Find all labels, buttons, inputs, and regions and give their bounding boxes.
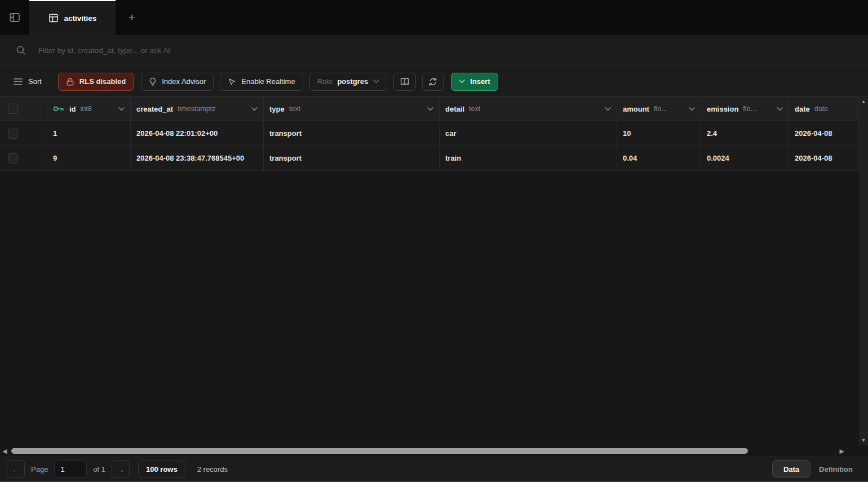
table-icon bbox=[48, 13, 59, 23]
cell-amount[interactable]: 10 bbox=[617, 121, 701, 145]
footer: ← Page of 1 → 100 rows 2 records Data De… bbox=[0, 457, 868, 482]
column-header-date[interactable]: datedate bbox=[789, 97, 859, 121]
record-count: 2 records bbox=[197, 465, 228, 474]
chevron-down-icon bbox=[459, 79, 465, 83]
column-menu-icon[interactable] bbox=[689, 107, 695, 111]
tab-activities[interactable]: activities bbox=[29, 0, 116, 35]
data-view-tab[interactable]: Data bbox=[772, 460, 811, 478]
collapse-sidebar-button[interactable] bbox=[0, 0, 29, 35]
scroll-left-icon[interactable]: ◀ bbox=[2, 448, 7, 454]
cell-emission[interactable]: 0.0024 bbox=[701, 146, 789, 170]
insert-button[interactable]: Insert bbox=[451, 73, 498, 91]
cell-amount[interactable]: 0.04 bbox=[617, 146, 701, 170]
tab-bar: activities + bbox=[0, 0, 868, 35]
role-select[interactable]: Role postgres bbox=[309, 73, 388, 91]
table-area: idint8created_attimestamptztypetextdetai… bbox=[0, 97, 868, 457]
column-header-emission[interactable]: emissionflo... bbox=[701, 97, 789, 121]
column-menu-icon[interactable] bbox=[251, 107, 258, 111]
cell-id[interactable]: 9 bbox=[47, 146, 131, 170]
cell-emission[interactable]: 2.4 bbox=[701, 121, 789, 145]
lightbulb-icon bbox=[149, 77, 157, 86]
row-select-cell bbox=[0, 146, 47, 170]
toolbar: Sort RLS disabled Index Advisor Enable R… bbox=[0, 67, 868, 97]
cell-created_at[interactable]: 2026-04-08 23:38:47.768545+00 bbox=[131, 146, 264, 170]
horizontal-scrollbar[interactable]: ◀ ▶ bbox=[0, 445, 868, 457]
cell-date[interactable]: 2026-04-08 bbox=[789, 121, 859, 145]
filter-input[interactable] bbox=[38, 46, 546, 55]
cell-detail[interactable]: train bbox=[440, 146, 617, 170]
table-header-row: idint8created_attimestamptztypetextdetai… bbox=[0, 97, 859, 121]
search-icon bbox=[16, 45, 26, 56]
scroll-right-icon[interactable]: ▶ bbox=[839, 448, 844, 454]
lock-icon bbox=[66, 77, 74, 86]
refresh-icon bbox=[428, 77, 437, 86]
row-select-cell bbox=[0, 121, 47, 145]
primary-key-icon bbox=[53, 105, 69, 112]
column-header-detail[interactable]: detailtext bbox=[440, 97, 617, 121]
refresh-button[interactable] bbox=[422, 73, 444, 91]
row-checkbox[interactable] bbox=[8, 153, 18, 163]
empty-area bbox=[0, 171, 868, 445]
cell-type[interactable]: transport bbox=[264, 121, 440, 145]
column-header-created_at[interactable]: created_attimestamptz bbox=[131, 97, 264, 121]
definition-view-tab[interactable]: Definition bbox=[811, 460, 861, 478]
chevron-down-icon bbox=[373, 79, 379, 83]
next-page-button[interactable]: → bbox=[112, 460, 130, 478]
scrollbar-thumb[interactable] bbox=[11, 448, 748, 454]
select-all-cell bbox=[0, 97, 47, 121]
tab-label: activities bbox=[64, 14, 97, 23]
scroll-down-icon[interactable]: ▼ bbox=[861, 438, 866, 443]
view-toggle: Data Definition bbox=[772, 460, 861, 478]
vertical-scrollbar[interactable]: ▲ ▼ bbox=[859, 97, 868, 445]
column-header-id[interactable]: idint8 bbox=[47, 97, 131, 121]
table-row: 12026-04-08 22:01:02+00transportcar102.4… bbox=[0, 121, 859, 146]
rows-per-page-button[interactable]: 100 rows bbox=[138, 461, 185, 477]
page-label: Page bbox=[31, 465, 48, 474]
table-row: 92026-04-08 23:38:47.768545+00transportt… bbox=[0, 146, 859, 171]
column-menu-icon[interactable] bbox=[605, 107, 611, 111]
column-menu-icon[interactable] bbox=[118, 107, 125, 111]
cell-detail[interactable]: car bbox=[440, 121, 617, 145]
select-all-checkbox[interactable] bbox=[8, 104, 18, 114]
column-menu-icon[interactable] bbox=[427, 107, 433, 111]
panel-collapse-icon bbox=[8, 11, 21, 24]
new-tab-button[interactable]: + bbox=[116, 0, 148, 35]
index-advisor-button[interactable]: Index Advisor bbox=[141, 73, 214, 91]
cell-date[interactable]: 2026-04-08 bbox=[789, 146, 859, 170]
rls-disabled-button[interactable]: RLS disabled bbox=[58, 73, 134, 91]
sort-icon bbox=[14, 78, 23, 86]
column-header-amount[interactable]: amountflo... bbox=[617, 97, 701, 121]
scroll-up-icon[interactable]: ▲ bbox=[861, 99, 866, 104]
cell-created_at[interactable]: 2026-04-08 22:01:02+00 bbox=[131, 121, 264, 145]
page-number-input[interactable] bbox=[54, 461, 87, 477]
enable-realtime-button[interactable]: Enable Realtime bbox=[220, 73, 303, 91]
column-header-type[interactable]: typetext bbox=[264, 97, 440, 121]
cursor-arrow-icon bbox=[228, 77, 236, 86]
column-menu-icon[interactable] bbox=[777, 107, 783, 111]
data-grid: idint8created_attimestamptztypetextdetai… bbox=[0, 97, 859, 171]
sort-button[interactable]: Sort bbox=[8, 73, 47, 91]
cell-type[interactable]: transport bbox=[264, 146, 440, 170]
row-checkbox[interactable] bbox=[8, 129, 18, 139]
filter-bar bbox=[0, 35, 868, 67]
book-icon bbox=[400, 77, 410, 86]
prev-page-button[interactable]: ← bbox=[7, 460, 25, 478]
api-docs-button[interactable] bbox=[393, 73, 416, 91]
page-of-label: of 1 bbox=[93, 465, 105, 474]
cell-id[interactable]: 1 bbox=[47, 121, 131, 145]
